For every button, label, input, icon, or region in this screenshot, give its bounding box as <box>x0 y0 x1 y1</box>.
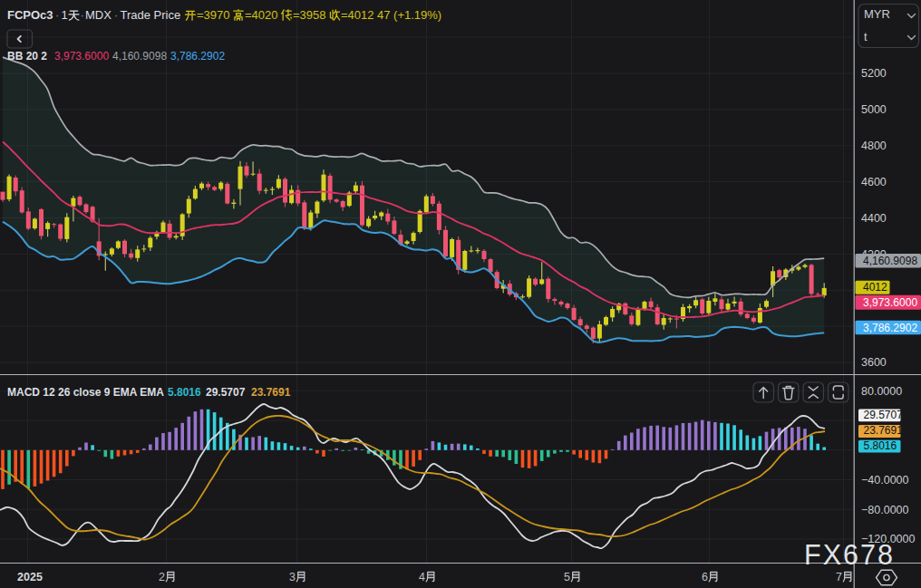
svg-text:4800: 4800 <box>861 140 887 152</box>
svg-text:5.8016: 5.8016 <box>864 439 897 452</box>
svg-text:80.0000: 80.0000 <box>861 385 902 398</box>
svg-text:t: t <box>864 30 868 43</box>
svg-text:=4020: =4020 <box>245 8 278 22</box>
svg-text:=3958: =3958 <box>293 8 326 22</box>
svg-text:7: 7 <box>836 571 842 583</box>
svg-text:=3970: =3970 <box>197 8 230 22</box>
svg-text:=4012: =4012 <box>341 8 374 22</box>
svg-text:3,973.6000: 3,973.6000 <box>863 296 917 309</box>
svg-text:Trade Price: Trade Price <box>121 8 181 22</box>
svg-text:3600: 3600 <box>861 356 887 369</box>
svg-text:MACD 12 26 close 9 EMA EMA: MACD 12 26 close 9 EMA EMA <box>7 386 164 399</box>
svg-text:5200: 5200 <box>861 67 887 80</box>
svg-text:3,786.2902: 3,786.2902 <box>863 322 917 334</box>
svg-text:4,160.9098: 4,160.9098 <box>863 255 917 267</box>
svg-text:BB 20 2: BB 20 2 <box>7 50 47 63</box>
svg-text:47 (+1.19%): 47 (+1.19%) <box>377 8 441 22</box>
svg-text:4600: 4600 <box>861 176 887 188</box>
svg-text:−40.0000: −40.0000 <box>861 474 909 487</box>
svg-text:·: · <box>114 8 118 22</box>
svg-text:2: 2 <box>159 571 165 583</box>
svg-text:6: 6 <box>702 571 708 583</box>
svg-text:FCPOc3: FCPOc3 <box>7 8 53 22</box>
svg-text:3: 3 <box>289 571 296 583</box>
svg-text:FX678: FX678 <box>804 539 895 570</box>
svg-text:3,973.6000: 3,973.6000 <box>54 50 109 63</box>
svg-text:29.5707: 29.5707 <box>864 409 904 421</box>
svg-text:4012: 4012 <box>863 281 887 294</box>
svg-text:23.7691: 23.7691 <box>251 386 291 399</box>
svg-text:·: · <box>81 8 84 22</box>
svg-text:29.5707: 29.5707 <box>206 386 246 399</box>
svg-text:4: 4 <box>419 571 425 583</box>
svg-text:23.7691: 23.7691 <box>864 424 904 437</box>
svg-text:5: 5 <box>564 571 570 583</box>
svg-text:−80.0000: −80.0000 <box>861 504 909 516</box>
svg-text:4400: 4400 <box>861 212 887 225</box>
svg-text:5.8016: 5.8016 <box>168 386 201 399</box>
svg-text:4,160.9098: 4,160.9098 <box>112 50 167 63</box>
svg-text:MYR: MYR <box>864 7 890 21</box>
svg-text:3,786.2902: 3,786.2902 <box>170 50 225 63</box>
svg-text:2025: 2025 <box>17 571 43 583</box>
svg-text:MDX: MDX <box>85 8 111 22</box>
svg-text:1: 1 <box>62 8 68 22</box>
svg-text:·: · <box>55 8 59 22</box>
svg-text:5000: 5000 <box>861 103 887 116</box>
